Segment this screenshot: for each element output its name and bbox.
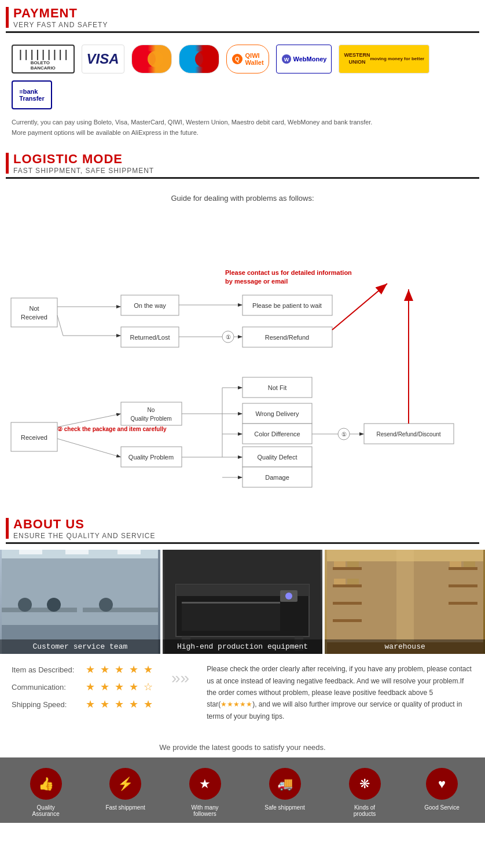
svg-text:W: W — [284, 57, 289, 62]
guide-title: Guide for dealing with problems as follo… — [0, 185, 485, 208]
about-section-header: ABOUT US ENSURE THE QUALITY AND SERVICE — [0, 511, 485, 542]
fast-icon-label: Fast shippment — [105, 804, 145, 811]
about-subtitle: ENSURE THE QUALITY AND SERVICE — [13, 532, 155, 540]
svg-rect-93 — [333, 619, 362, 622]
safe-icon-label: Safe shippment — [264, 804, 305, 811]
svg-text:Resend/Refund: Resend/Refund — [265, 334, 309, 341]
svg-rect-102 — [464, 561, 475, 567]
svg-rect-101 — [450, 561, 461, 567]
bottom-icon-quality: 👍 Quality Assurance — [25, 768, 66, 817]
ratings-feedback: Please check the order clearly after rec… — [207, 663, 473, 722]
about-images: Customer service team High-end productio… — [0, 550, 485, 654]
logistic-subtitle: FAST SHIPPMENT, SAFE SHIPPMENT — [13, 167, 154, 175]
ratings-left: Item as Described: ★ ★ ★ ★ ★ Communicati… — [12, 663, 154, 715]
svg-rect-98 — [449, 567, 477, 570]
bottom-icons-row: 👍 Quality Assurance ⚡ Fast shippment ★ W… — [6, 768, 479, 817]
payment-section-header: PAYMENT VERY FAST AND SAFETY — [0, 0, 485, 31]
rating-item-communication: Communication: ★ ★ ★ ★ ☆ — [12, 681, 154, 693]
svg-point-3 — [195, 51, 211, 67]
webmoney-logo: W WebMoney — [276, 45, 332, 73]
svg-rect-10 — [11, 298, 57, 327]
customer-service-image: Customer service team — [0, 550, 160, 654]
svg-line-35 — [57, 414, 121, 427]
kinds-icon-circle: ❋ — [349, 768, 381, 800]
svg-line-36 — [57, 439, 121, 457]
visa-logo: VISA — [82, 45, 124, 73]
service-icon-circle: ♥ — [426, 768, 458, 800]
bank-transfer-logo: ≡bankTransfer — [12, 80, 52, 109]
logistic-divider — [6, 177, 479, 179]
flowchart-svg: Not Received On the way Please be patien… — [5, 208, 480, 498]
svg-text:Please be patient to wait: Please be patient to wait — [252, 302, 322, 309]
maestro-logo — [179, 45, 219, 73]
service-icon-label: Good Service — [424, 804, 460, 811]
svg-rect-99 — [449, 584, 477, 587]
svg-text:Resend/Refund/Discount: Resend/Refund/Discount — [376, 431, 440, 437]
svg-rect-90 — [333, 567, 362, 570]
quality-icon-label: Quality Assurance — [25, 804, 66, 817]
svg-rect-100 — [449, 602, 477, 605]
svg-rect-96 — [334, 579, 346, 584]
svg-text:On the way: On the way — [134, 302, 166, 309]
rating-stars-communication: ★ ★ ★ ★ ☆ — [86, 681, 154, 693]
payment-subtitle: VERY FAST AND SAFETY — [13, 21, 108, 29]
rating-label-described: Item as Described: — [12, 665, 81, 674]
svg-text:No: No — [148, 407, 155, 413]
svg-text:② check the package and item c: ② check the package and item carefully — [57, 426, 167, 432]
logistic-bar — [6, 153, 9, 174]
svg-text:by message or email: by message or email — [225, 278, 288, 285]
rating-item-described: Item as Described: ★ ★ ★ ★ ★ — [12, 663, 154, 676]
bottom-icon-service: ♥ Good Service — [424, 768, 460, 811]
warehouse-image: warehouse — [325, 550, 485, 654]
logistic-section: LOGISTIC MODE FAST SHIPPMENT, SAFE SHIPP… — [0, 146, 485, 499]
customer-service-label: Customer service team — [0, 639, 160, 654]
svg-text:Q: Q — [235, 56, 240, 62]
bottom-icon-safe: 🚚 Safe shippment — [264, 768, 305, 811]
followers-icon-circle: ★ — [189, 768, 221, 800]
svg-line-14 — [57, 315, 63, 336]
arrow-triple: »» — [166, 663, 195, 693]
svg-rect-92 — [333, 602, 362, 605]
production-image: High-end production equipment — [163, 550, 323, 654]
about-divider — [6, 542, 479, 544]
svg-text:Returned/Lost: Returned/Lost — [130, 334, 170, 341]
svg-point-75 — [47, 598, 61, 612]
western-union-logo: WESTERNUNIONmoving money for better — [339, 45, 429, 73]
svg-rect-94 — [334, 561, 346, 567]
about-bar — [6, 518, 9, 539]
svg-point-74 — [18, 598, 32, 612]
svg-rect-72 — [2, 608, 77, 612]
svg-point-76 — [99, 598, 113, 612]
safe-icon-circle: 🚚 — [269, 768, 301, 800]
svg-line-29 — [332, 284, 387, 330]
mastercard-logo — [131, 45, 172, 73]
payment-note: Currently, you can pay using Boleto, Vis… — [0, 115, 485, 146]
svg-rect-89 — [396, 550, 414, 654]
svg-text:①: ① — [341, 431, 347, 437]
bottom-icons-section: 👍 Quality Assurance ⚡ Fast shippment ★ W… — [0, 757, 485, 823]
rating-stars-described: ★ ★ ★ ★ ★ — [86, 663, 154, 676]
svg-rect-84 — [182, 602, 280, 604]
kinds-icon-label: Kinds of products — [344, 804, 385, 817]
svg-text:Not: Not — [29, 305, 39, 312]
svg-text:①: ① — [226, 334, 231, 340]
fast-icon-circle: ⚡ — [109, 768, 141, 800]
svg-text:Color Difference: Color Difference — [254, 431, 300, 437]
flowchart: Not Received On the way Please be patien… — [5, 208, 480, 499]
svg-text:Received: Received — [21, 434, 47, 441]
svg-rect-95 — [347, 561, 359, 567]
rating-stars-shipping: ★ ★ ★ ★ ★ — [86, 698, 154, 711]
about-title: ABOUT US — [13, 517, 155, 532]
production-label: High-end production equipment — [163, 639, 323, 654]
warehouse-label: warehouse — [325, 639, 485, 654]
header-bar — [6, 7, 9, 28]
bottom-icon-fast: ⚡ Fast shippment — [105, 768, 145, 811]
svg-text:Quality Defect: Quality Defect — [257, 454, 297, 461]
logistic-header: LOGISTIC MODE FAST SHIPPMENT, SAFE SHIPP… — [0, 146, 485, 177]
svg-text:Damage: Damage — [265, 474, 289, 481]
svg-rect-73 — [83, 608, 158, 612]
svg-point-82 — [285, 593, 292, 599]
svg-text:Quality Problem: Quality Problem — [130, 415, 171, 422]
svg-text:Not Fit: Not Fit — [268, 384, 286, 391]
svg-text:Please contact us for detailed: Please contact us for detailed informati… — [225, 269, 352, 276]
